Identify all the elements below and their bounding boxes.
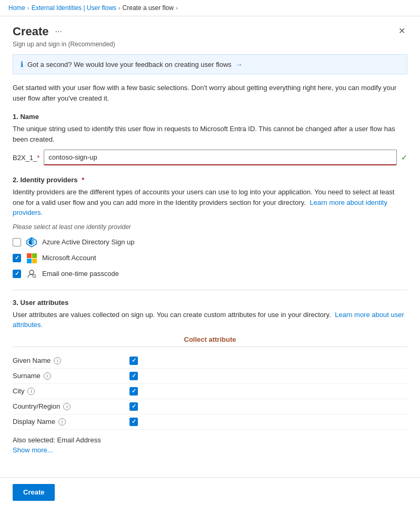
attr-row-display-name: Display Name i	[13, 414, 407, 430]
name-section: 1. Name The unique string used to identi…	[13, 113, 407, 165]
provider-azure-ad-label: Azure Active Directory Sign up	[42, 238, 135, 246]
name-input[interactable]	[44, 150, 397, 165]
breadcrumb-create: Create a user flow	[123, 4, 174, 12]
identity-section-desc: Identity providers are the different typ…	[13, 187, 407, 218]
identity-required: *	[82, 176, 84, 184]
breadcrumb-sep2: ›	[118, 5, 121, 11]
breadcrumb: Home › External Identities | User flows …	[0, 0, 420, 16]
collect-attribute-header: Collect attribute	[13, 335, 407, 347]
attr-city-info[interactable]: i	[27, 388, 35, 395]
page-header: Create ··· ✕	[13, 25, 407, 38]
attr-given-name-label: Given Name	[13, 357, 51, 364]
attr-row-city: City i	[13, 384, 407, 399]
provider-microsoft-account-label: Microsoft Account	[42, 254, 96, 262]
azure-ad-icon	[26, 237, 37, 248]
info-icon: ℹ	[21, 60, 23, 68]
breadcrumb-external[interactable]: External Identities | User flows	[32, 4, 116, 12]
name-section-header: 1. Name	[13, 113, 407, 121]
attr-country-region-info[interactable]: i	[63, 403, 71, 410]
attr-row-given-name: Given Name i	[13, 353, 407, 369]
attr-row-country-region: Country/Region i	[13, 399, 407, 414]
user-attr-desc: User attributes are values collected on …	[13, 310, 407, 330]
also-selected-text: Also selected: Email Address	[13, 436, 407, 444]
attr-country-region-checkbox[interactable]	[129, 402, 138, 411]
identity-warning: Please select at least one identity prov…	[13, 223, 407, 231]
close-button[interactable]: ✕	[396, 25, 407, 37]
identity-section: 2. Identity providers * Identity provide…	[13, 176, 407, 279]
attr-country-region-label: Country/Region	[13, 402, 60, 410]
provider-email-passcode[interactable]: ? Email one-time passcode	[13, 269, 407, 279]
microsoft-icon	[26, 253, 37, 263]
email-passcode-icon: ?	[26, 269, 37, 279]
page-title: Create	[13, 25, 48, 38]
more-options-button[interactable]: ···	[53, 27, 64, 36]
attr-city-label: City	[13, 387, 24, 395]
name-field-row: B2X_1_* ✓	[13, 150, 407, 165]
create-button[interactable]: Create	[13, 484, 55, 501]
attr-surname-checkbox[interactable]	[129, 372, 138, 380]
breadcrumb-home[interactable]: Home	[8, 4, 25, 12]
attr-given-name-checkbox[interactable]	[129, 357, 138, 365]
required-marker: *	[37, 154, 39, 162]
provider-microsoft-account[interactable]: Microsoft Account	[13, 253, 407, 263]
feedback-banner: ℹ Got a second? We would love your feedb…	[13, 54, 407, 74]
svg-point-8	[29, 270, 34, 274]
feedback-link[interactable]: →	[235, 61, 242, 68]
attr-city-checkbox[interactable]	[129, 387, 138, 396]
user-attr-header: 3. User attributes	[13, 299, 407, 307]
feedback-text: Got a second? We would love your feedbac…	[27, 61, 242, 68]
bottom-bar: Create	[0, 477, 420, 507]
user-attr-section: 3. User attributes User attributes are v…	[13, 299, 407, 454]
breadcrumb-sep3: ›	[176, 5, 178, 11]
attr-display-name-label: Display Name	[13, 418, 55, 426]
provider-azure-ad[interactable]: Azure Active Directory Sign up	[13, 237, 407, 248]
attr-surname-label: Surname	[13, 372, 41, 380]
identity-providers-list: Azure Active Directory Sign up Microsoft…	[13, 237, 407, 279]
name-prefix: B2X_1_*	[13, 154, 39, 162]
provider-email-passcode-label: Email one-time passcode	[42, 270, 119, 278]
show-more-link[interactable]: Show more...	[13, 446, 53, 454]
identity-section-header: 2. Identity providers *	[13, 176, 407, 184]
attr-display-name-checkbox[interactable]	[129, 418, 138, 426]
svg-text:?: ?	[34, 274, 35, 278]
attr-surname-info[interactable]: i	[44, 372, 51, 380]
attr-display-name-info[interactable]: i	[58, 418, 66, 426]
provider-azure-ad-checkbox[interactable]	[13, 238, 21, 246]
attributes-table: Given Name i Surname i City	[13, 353, 407, 430]
page-subtitle: Sign up and sign in (Recommended)	[13, 41, 407, 48]
name-section-desc: The unique string used to identify this …	[13, 124, 407, 144]
attr-row-surname: Surname i	[13, 369, 407, 384]
breadcrumb-sep1: ›	[27, 5, 29, 11]
page-description: Get started with your user flow with a f…	[13, 83, 407, 103]
section-divider	[13, 290, 407, 290]
provider-email-passcode-checkbox[interactable]	[13, 270, 21, 278]
valid-icon: ✓	[401, 153, 407, 162]
attr-given-name-info[interactable]: i	[54, 357, 61, 364]
provider-microsoft-account-checkbox[interactable]	[13, 254, 21, 262]
